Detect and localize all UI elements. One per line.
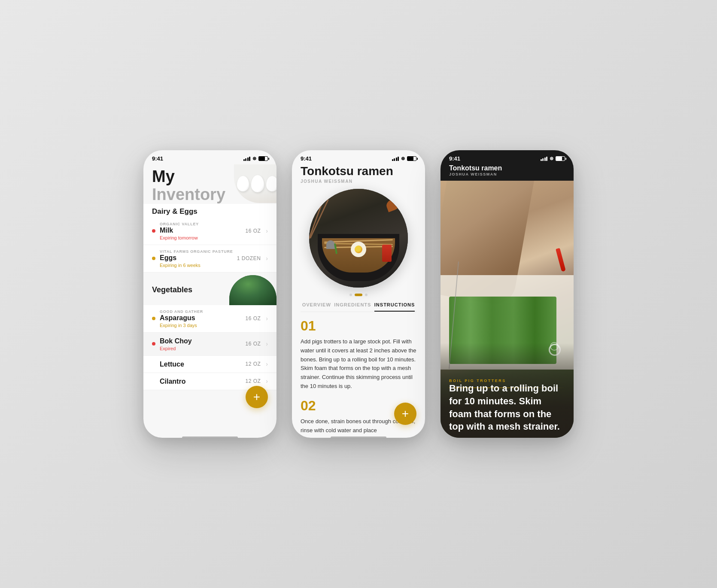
bokchoy-dot — [152, 342, 155, 346]
lettuce-qty: 12 OZ — [245, 361, 261, 367]
home-indicator-1 — [182, 436, 238, 438]
step-01-number: 01 — [301, 318, 416, 334]
dot-2 — [355, 294, 362, 296]
asparagus-brand: GOOD AND GATHER — [160, 309, 245, 314]
lettuce-item[interactable]: Lettuce 12 OZ › — [143, 356, 276, 373]
recipe-title: Tonkotsu ramen — [301, 164, 416, 178]
eggs-qty: 1 DOZEN — [237, 255, 261, 261]
signal-icon-3 — [541, 157, 548, 161]
status-time-1: 9:41 — [152, 155, 163, 162]
dark-step-description: Bring up to a rolling boil for 10 minute… — [449, 382, 565, 433]
phone-dark: 9:41 ⊛ Tonkotsu ramen JOSHUA WEISSMAN — [441, 150, 574, 438]
inventory-title-inventory: Inventory — [152, 186, 225, 204]
step-desc-text: Bring up to a rolling boil for 10 minute… — [449, 383, 560, 432]
dark-recipe-author: JOSHUA WEISSMAN — [449, 172, 565, 176]
milk-item[interactable]: ORGANIC VALLEY Milk Expiring tomorrow 16… — [143, 218, 276, 245]
cilantro-chevron: › — [266, 378, 268, 385]
eggs-chevron: › — [266, 255, 268, 262]
milk-name: Milk — [160, 227, 245, 234]
status-bar-3: 9:41 ⊛ — [441, 150, 574, 164]
wifi-icon-2: ⊛ — [401, 156, 405, 161]
bokchoy-expiry: Expired — [160, 346, 245, 351]
phone-inventory: 9:41 ⊛ My Inventory — [143, 150, 276, 438]
dark-content: BOIL PIG TROTTERS Bring up to a rolling … — [441, 181, 574, 438]
status-icons-2: ⊛ — [392, 156, 417, 161]
eggs-item[interactable]: VITAL FARMS ORGANIC PASTURE Eggs Expirin… — [143, 245, 276, 273]
eggs-info: VITAL FARMS ORGANIC PASTURE Eggs Expirin… — [160, 249, 237, 268]
dairy-section-header: Dairy & Eggs — [143, 204, 276, 218]
asparagus-dot — [152, 317, 155, 320]
signal-icon-1 — [243, 157, 251, 161]
eggs-dot — [152, 257, 155, 260]
tab-instructions[interactable]: INSTRUCTIONS — [374, 302, 415, 312]
status-bar-2: 9:41 ⊛ — [292, 150, 425, 164]
inventory-header: My Inventory — [143, 164, 234, 204]
bokchoy-name: Bok Choy — [160, 337, 245, 345]
phone-recipe: 9:41 ⊛ Tonkotsu ramen JOSHUA WEISSMAN — [292, 150, 425, 438]
dot-1 — [349, 294, 352, 296]
milk-info: ORGANIC VALLEY Milk Expiring tomorrow — [160, 222, 245, 240]
cilantro-qty: 12 OZ — [245, 378, 261, 384]
vegetables-section-title: Vegetables — [152, 285, 192, 294]
step-01: 01 Add pigs trotters to a large stock po… — [301, 318, 416, 391]
cilantro-name: Cilantro — [160, 378, 245, 385]
asparagus-qty: 16 OZ — [245, 315, 261, 321]
milk-qty: 16 OZ — [245, 228, 261, 234]
milk-chevron: › — [266, 227, 268, 234]
image-dots — [301, 294, 416, 296]
milk-brand: ORGANIC VALLEY — [160, 222, 245, 226]
status-icons-3: ⊛ — [541, 156, 565, 161]
asparagus-chevron: › — [266, 315, 268, 322]
recipe-add-button[interactable]: + — [394, 403, 416, 425]
lettuce-name: Lettuce — [160, 361, 245, 368]
asparagus-expiry: Expiring in 3 days — [160, 323, 245, 328]
recipe-author: JOSHUA WEISSMAN — [301, 179, 416, 184]
signal-icon-2 — [392, 157, 399, 161]
inventory-content: My Inventory Dairy & Eggs — [143, 164, 276, 434]
dairy-section-title: Dairy & Eggs — [152, 207, 197, 215]
recipe-add-icon: + — [402, 407, 409, 421]
cilantro-info: Cilantro — [160, 377, 245, 385]
tab-ingredients[interactable]: INGREDIENTS — [334, 302, 371, 312]
status-time-3: 9:41 — [449, 155, 460, 162]
dot-3 — [365, 294, 368, 296]
status-bar-1: 9:41 ⊛ — [143, 150, 276, 164]
home-indicator-2 — [331, 436, 386, 438]
dark-header: Tonkotsu ramen JOSHUA WEISSMAN — [441, 164, 574, 181]
recipe-image-container — [301, 189, 416, 288]
milk-expiry: Expiring tomorrow — [160, 235, 245, 240]
tab-overview[interactable]: OVERVIEW — [302, 302, 331, 312]
eggs-name: Eggs — [160, 254, 237, 262]
battery-icon-2 — [407, 156, 416, 161]
bokchoy-info: Bok Choy Expired — [160, 337, 245, 351]
status-icons-1: ⊛ — [243, 156, 268, 161]
eggs-brand: VITAL FARMS ORGANIC PASTURE — [160, 249, 237, 254]
asparagus-name: Asparagus — [160, 314, 245, 322]
add-icon: + — [253, 390, 260, 404]
wifi-icon-1: ⊛ — [252, 156, 256, 161]
battery-icon-1 — [258, 156, 268, 161]
phones-container: 9:41 ⊛ My Inventory — [126, 124, 591, 464]
step-01-text: Add pigs trotters to a large stock pot. … — [301, 337, 416, 391]
milk-dot — [152, 229, 155, 233]
recipe-tabs: OVERVIEW INGREDIENTS INSTRUCTIONS — [301, 302, 416, 312]
bokchoy-item[interactable]: Bok Choy Expired 16 OZ › — [143, 333, 276, 356]
status-time-2: 9:41 — [301, 155, 312, 162]
bokchoy-chevron: › — [266, 340, 268, 347]
recipe-content: Tonkotsu ramen JOSHUA WEISSMAN — [292, 164, 425, 434]
eggs-expiry: Expiring in 6 weeks — [160, 263, 237, 268]
asparagus-info: GOOD AND GATHER Asparagus Expiring in 3 … — [160, 309, 245, 328]
lettuce-chevron: › — [266, 361, 268, 367]
recipe-image — [309, 189, 408, 288]
bokchoy-qty: 16 OZ — [245, 341, 261, 347]
dark-recipe-title: Tonkotsu ramen — [449, 164, 565, 172]
asparagus-item[interactable]: GOOD AND GATHER Asparagus Expiring in 3 … — [143, 305, 276, 333]
inventory-title-my: My — [152, 168, 225, 186]
battery-icon-3 — [556, 156, 565, 161]
add-item-button[interactable]: + — [246, 386, 268, 408]
lettuce-info: Lettuce — [160, 360, 245, 368]
wifi-icon-3: ⊛ — [550, 156, 553, 161]
